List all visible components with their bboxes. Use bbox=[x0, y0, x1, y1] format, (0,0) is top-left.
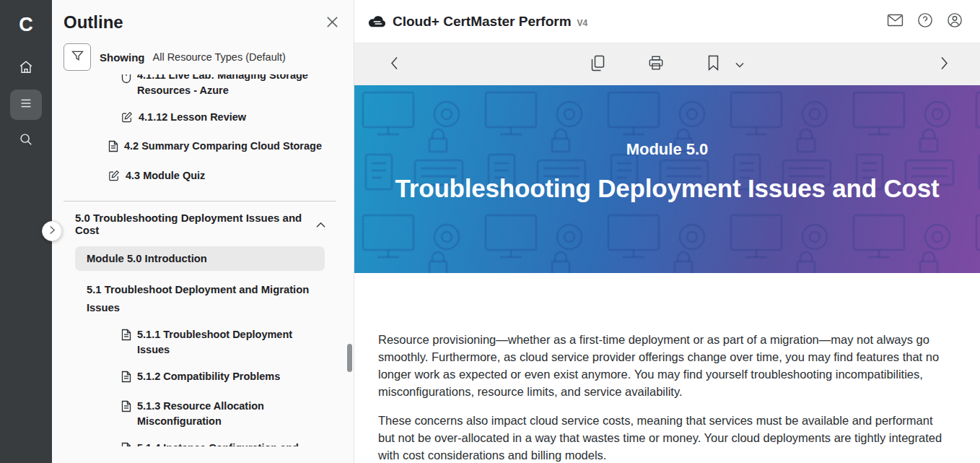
outline-item-label: 4.1.12 Lesson Review bbox=[139, 110, 246, 125]
help-icon bbox=[917, 12, 933, 31]
outline-section-5-0[interactable]: 5.0 Troubleshooting Deployment Issues an… bbox=[52, 212, 354, 236]
close-outline-button[interactable] bbox=[325, 15, 339, 32]
search-icon bbox=[18, 131, 34, 150]
chevron-up-icon bbox=[316, 218, 325, 230]
lesson-content: Resource provisioning—whether as a first… bbox=[354, 273, 980, 463]
outline-item-5-1-4[interactable]: 5.1.4 Instance Configuration and bbox=[52, 441, 354, 446]
outline-tree: 4.1.11 Live Lab: Managing Storage Resour… bbox=[52, 74, 354, 446]
outline-item-4-3[interactable]: 4.3 Module Quiz bbox=[52, 168, 354, 186]
document-icon bbox=[121, 329, 131, 345]
course-version-badge: V4 bbox=[577, 15, 588, 28]
chevron-right-icon bbox=[49, 225, 56, 238]
close-icon bbox=[325, 19, 339, 31]
document-icon bbox=[121, 371, 131, 387]
outline-item-5-1-2[interactable]: 5.1.2 Compatibility Problems bbox=[52, 369, 354, 387]
outline-section-label: 5.0 Troubleshooting Deployment Issues an… bbox=[75, 212, 316, 236]
outline-item-label: 5.1.2 Compatibility Problems bbox=[137, 369, 280, 384]
mail-icon bbox=[887, 14, 904, 30]
showing-label: Showing bbox=[100, 51, 145, 64]
filter-value[interactable]: All Resource Types (Default) bbox=[153, 51, 286, 63]
course-title: Cloud+ CertMaster Perform bbox=[393, 14, 572, 30]
banner-title: Troubleshooting Deployment Issues and Co… bbox=[395, 174, 940, 203]
outline-item-4-2[interactable]: 4.2 Summary Comparing Cloud Storage bbox=[52, 139, 354, 157]
app-root: C Outline bbox=[0, 0, 980, 463]
outline-item-label: 4.1.11 Live Lab: Managing Storage Resour… bbox=[137, 74, 318, 98]
module-banner: Module 5.0 Troubleshooting Deployment Is… bbox=[354, 85, 980, 273]
document-icon bbox=[121, 442, 131, 446]
outline-title: Outline bbox=[64, 12, 123, 33]
lesson-paragraph: Resource provisioning—whether as a first… bbox=[378, 331, 952, 400]
account-icon bbox=[947, 12, 963, 31]
outline-collapse-toggle[interactable] bbox=[42, 221, 62, 241]
course-header: Cloud+ CertMaster Perform V4 bbox=[354, 0, 980, 43]
outline-panel: Outline Showing All Resource Types (Defa… bbox=[52, 0, 354, 463]
print-icon bbox=[648, 55, 664, 74]
outline-item-5-1[interactable]: 5.1 Troubleshoot Deployment and Migratio… bbox=[52, 280, 354, 317]
previous-page-button[interactable] bbox=[388, 53, 401, 76]
cloud-course-icon bbox=[367, 14, 387, 30]
chevron-right-icon bbox=[940, 56, 948, 73]
outline-item-label: 4.3 Module Quiz bbox=[126, 168, 205, 183]
filter-funnel-icon bbox=[70, 48, 85, 66]
document-icon bbox=[121, 400, 131, 417]
comptia-logo: C bbox=[19, 9, 33, 40]
copy-button[interactable] bbox=[588, 52, 608, 77]
filter-button[interactable] bbox=[64, 43, 91, 71]
outline-item-label: 5.1.1 Troubleshoot Deployment Issues bbox=[137, 327, 318, 358]
account-button[interactable] bbox=[947, 12, 963, 31]
bookmark-button[interactable] bbox=[704, 52, 722, 77]
next-page-button[interactable] bbox=[937, 53, 951, 76]
bookmark-icon bbox=[707, 55, 719, 74]
outline-item-label: 5.1.3 Resource Allocation Misconfigurati… bbox=[137, 399, 318, 429]
main-column: Cloud+ CertMaster Perform V4 bbox=[354, 0, 980, 463]
outline-item-label: Module 5.0 Introduction bbox=[87, 253, 207, 264]
outline-item-label: 5.1 Troubleshoot Deployment and Migratio… bbox=[87, 281, 314, 317]
outline-item-4-1-11[interactable]: 4.1.11 Live Lab: Managing Storage Resour… bbox=[52, 74, 354, 98]
messages-button[interactable] bbox=[887, 14, 904, 30]
outline-item-5-1-1[interactable]: 5.1.1 Troubleshoot Deployment Issues bbox=[52, 327, 354, 358]
chevron-down-icon bbox=[735, 58, 744, 71]
bookmark-menu-button[interactable] bbox=[732, 55, 747, 74]
outline-divider bbox=[64, 201, 336, 202]
chevron-left-icon bbox=[390, 56, 398, 73]
edit-pencil-icon bbox=[121, 111, 133, 127]
content-toolbar bbox=[354, 43, 980, 85]
lesson-paragraph: These concerns also impact cloud service… bbox=[378, 412, 952, 463]
outline-item-label: 5.1.4 Instance Configuration and bbox=[137, 441, 299, 446]
live-lab-mouse-icon bbox=[121, 74, 131, 88]
outline-item-5-1-3[interactable]: 5.1.3 Resource Allocation Misconfigurati… bbox=[52, 399, 354, 429]
help-button[interactable] bbox=[917, 12, 933, 31]
home-button[interactable] bbox=[10, 53, 42, 84]
outline-item-module-5-0-intro[interactable]: Module 5.0 Introduction bbox=[75, 246, 325, 271]
copy-icon bbox=[591, 55, 605, 74]
print-button[interactable] bbox=[645, 52, 667, 77]
outline-scrollbar-thumb[interactable] bbox=[347, 344, 352, 372]
filter-row: Showing All Resource Types (Default) bbox=[64, 43, 354, 71]
home-icon bbox=[18, 59, 34, 78]
outline-item-4-1-12[interactable]: 4.1.12 Lesson Review bbox=[52, 110, 354, 127]
menu-icon bbox=[18, 95, 34, 114]
document-icon bbox=[108, 140, 118, 157]
outline-item-label: 4.2 Summary Comparing Cloud Storage bbox=[124, 139, 322, 154]
search-button[interactable] bbox=[10, 126, 42, 156]
outline-menu-button[interactable] bbox=[10, 90, 42, 120]
banner-module-label: Module 5.0 bbox=[626, 140, 709, 159]
edit-pencil-icon bbox=[108, 170, 120, 186]
